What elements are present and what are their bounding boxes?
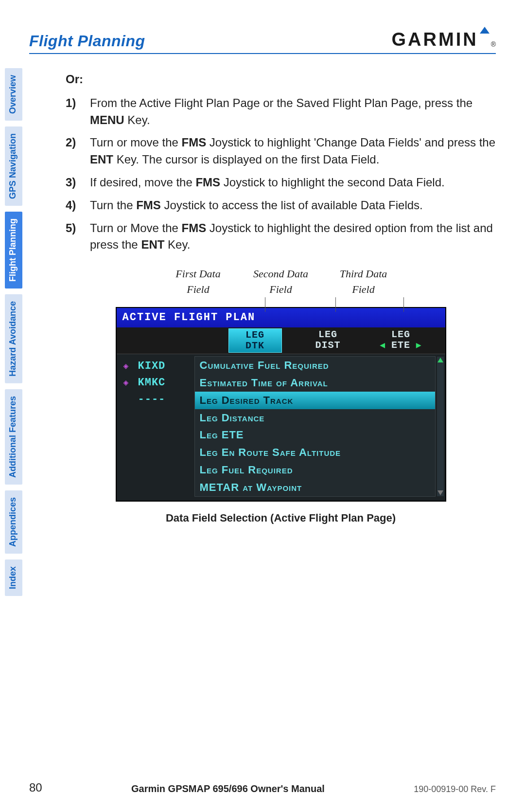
step-number: 1) bbox=[66, 95, 81, 129]
step-text: Turn or Move the FMS Joystick to highlig… bbox=[90, 220, 496, 254]
dropdown-option[interactable]: Leg En Route Safe Altitude bbox=[195, 444, 435, 461]
step-1: 1) From the Active Flight Plan Page or t… bbox=[66, 95, 496, 129]
or-label: Or: bbox=[66, 71, 496, 88]
device-screen-title: ACTIVE FLIGHT PLAN bbox=[117, 308, 445, 327]
logo-text: GARMIN bbox=[392, 29, 478, 50]
step-list: 1) From the Active Flight Plan Page or t… bbox=[66, 95, 496, 253]
callout-lines bbox=[66, 297, 496, 308]
step-5: 5) Turn or Move the FMS Joystick to high… bbox=[66, 220, 496, 254]
section-title: Flight Planning bbox=[29, 32, 145, 50]
step-text: If desired, move the FMS Joystick to hig… bbox=[90, 174, 445, 191]
tab-gps-navigation[interactable]: GPS Navigation bbox=[5, 126, 22, 206]
waypoint-icon: ◈ bbox=[123, 360, 138, 374]
waypoint-column: ◈KIXD ◈KMKC ---- bbox=[117, 354, 194, 501]
scroll-up-icon[interactable] bbox=[438, 358, 443, 362]
column-leg-ete[interactable]: LEG ◀ ETE ▶ bbox=[374, 328, 428, 353]
step-2: 2) Turn or move the FMS Joystick to high… bbox=[66, 134, 496, 168]
registered-mark: ® bbox=[491, 40, 496, 48]
page-footer: 80 Garmin GPSMAP 695/696 Owner's Manual … bbox=[29, 781, 496, 794]
pointer-line bbox=[265, 297, 265, 312]
pointer-line bbox=[403, 297, 404, 312]
waypoint-row: ◈KMKC bbox=[123, 375, 192, 391]
figure-caption: Data Field Selection (Active Flight Plan… bbox=[66, 510, 496, 526]
pointer-line bbox=[335, 297, 336, 312]
callout-first-data-field: First Data Field bbox=[164, 266, 232, 297]
tab-additional-features[interactable]: Additional Features bbox=[5, 389, 22, 485]
logo-triangle-icon bbox=[480, 27, 490, 34]
step-text: Turn the FMS Joystick to access the list… bbox=[90, 197, 423, 214]
body-content: Or: 1) From the Active Flight Plan Page … bbox=[66, 71, 496, 526]
tab-appendices[interactable]: Appendices bbox=[5, 490, 22, 554]
page-header: Flight Planning GARMIN ® bbox=[29, 27, 496, 54]
callout-second-data-field: Second Data Field bbox=[247, 266, 315, 297]
dropdown-option[interactable]: METAR at Waypoint bbox=[195, 479, 435, 496]
arrow-right-icon: ▶ bbox=[410, 341, 422, 350]
step-text: Turn or move the FMS Joystick to highlig… bbox=[90, 134, 496, 168]
arrow-left-icon: ◀ bbox=[380, 341, 391, 350]
callout-third-data-field: Third Data Field bbox=[330, 266, 398, 297]
dropdown-option[interactable]: Estimated Time of Arrival bbox=[195, 374, 435, 392]
dropdown-option[interactable]: Cumulative Fuel Required bbox=[195, 357, 435, 374]
device-body: ◈KIXD ◈KMKC ---- Cumulative Fuel Require… bbox=[117, 354, 445, 501]
step-number: 3) bbox=[66, 174, 81, 191]
side-tabs: Overview GPS Navigation Flight Planning … bbox=[5, 68, 22, 596]
step-4: 4) Turn the FMS Joystick to access the l… bbox=[66, 197, 496, 214]
column-leg-dtk[interactable]: LEG DTK bbox=[228, 328, 282, 353]
data-field-dropdown[interactable]: Cumulative Fuel Required Estimated Time … bbox=[194, 356, 436, 497]
manual-title: Garmin GPSMAP 695/696 Owner's Manual bbox=[131, 783, 325, 794]
dropdown-scrollbar[interactable] bbox=[437, 357, 444, 496]
waypoint-row: ◈KIXD bbox=[123, 358, 192, 375]
manual-page: Flight Planning GARMIN ® Overview GPS Na… bbox=[0, 0, 525, 812]
tab-overview[interactable]: Overview bbox=[5, 68, 22, 121]
dropdown-option[interactable]: Leg Fuel Required bbox=[195, 461, 435, 479]
tab-flight-planning[interactable]: Flight Planning bbox=[5, 212, 22, 289]
tab-hazard-avoidance[interactable]: Hazard Avoidance bbox=[5, 294, 22, 383]
waypoint-icon: ◈ bbox=[123, 377, 138, 390]
dropdown-option-selected[interactable]: Leg Desired Track bbox=[195, 392, 435, 409]
dropdown-option[interactable]: Leg Distance bbox=[195, 409, 435, 427]
step-number: 5) bbox=[66, 220, 81, 254]
garmin-logo: GARMIN ® bbox=[392, 27, 496, 50]
column-leg-dist[interactable]: LEG DIST bbox=[301, 328, 355, 353]
tab-index[interactable]: Index bbox=[5, 559, 22, 596]
dropdown-option[interactable]: Leg ETE bbox=[195, 426, 435, 444]
device-screenshot: ACTIVE FLIGHT PLAN LEG DTK LEG DIST LEG … bbox=[116, 307, 446, 502]
device-column-headers: LEG DTK LEG DIST LEG ◀ ETE ▶ bbox=[117, 327, 445, 354]
step-number: 4) bbox=[66, 197, 81, 214]
scroll-down-icon[interactable] bbox=[438, 490, 443, 495]
revision-code: 190-00919-00 Rev. F bbox=[414, 784, 496, 794]
step-3: 3) If desired, move the FMS Joystick to … bbox=[66, 174, 496, 191]
waypoint-row: ---- bbox=[123, 391, 192, 408]
field-callouts: First Data Field Second Data Field Third… bbox=[66, 266, 496, 297]
step-text: From the Active Flight Plan Page or the … bbox=[90, 95, 496, 129]
step-number: 2) bbox=[66, 134, 81, 168]
page-number: 80 bbox=[29, 781, 42, 794]
